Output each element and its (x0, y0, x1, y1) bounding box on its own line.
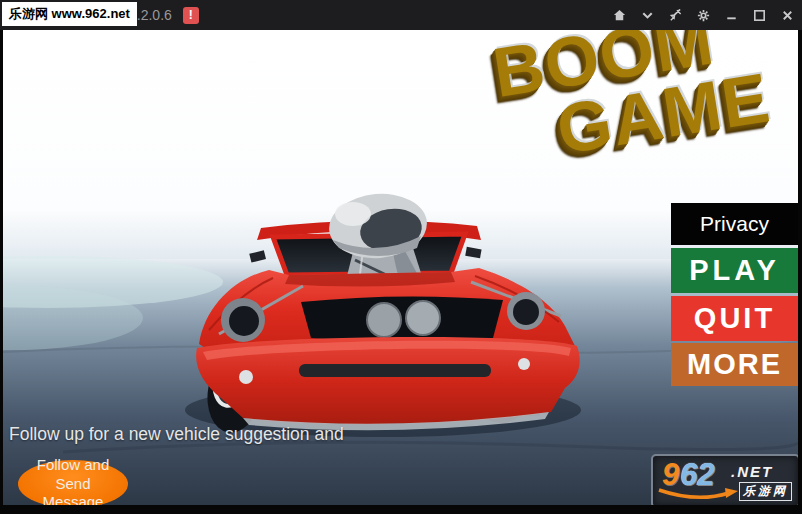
suggestion-text: Follow up for a new vehicle suggestion a… (9, 424, 344, 445)
emulator-window: 乐游网 www.962.net 器 6.2.0.6 ! (0, 0, 802, 514)
follow-button-line1: Follow and Send (18, 456, 128, 494)
quit-button[interactable]: QUIT (671, 296, 798, 341)
watermark-top: 乐游网 www.962.net (2, 2, 137, 26)
viewport-border-left (0, 30, 3, 505)
privacy-button[interactable]: Privacy (671, 203, 798, 245)
swoosh-arrow-icon (657, 486, 741, 504)
alert-badge[interactable]: ! (183, 7, 199, 24)
badge-suffix: .NET (731, 463, 773, 480)
close-icon[interactable] (779, 7, 796, 24)
main-menu: Privacy PLAY QUIT MORE (671, 203, 798, 386)
play-button[interactable]: PLAY (671, 248, 798, 293)
badge-site-name: 乐游网 (739, 482, 792, 501)
site-watermark-badge: 9 62 .NET 乐游网 (651, 454, 798, 505)
more-button[interactable]: MORE (671, 343, 798, 386)
game-viewport: BOOM GAME Privacy PLAY QUIT MORE Follow … (3, 30, 798, 505)
gear-icon[interactable] (695, 7, 712, 24)
follow-button[interactable]: Follow and Send Message (18, 460, 128, 505)
home-icon[interactable] (611, 7, 628, 24)
window-controls (611, 0, 796, 30)
minimize-icon[interactable] (723, 7, 740, 24)
title-bar: 乐游网 www.962.net 器 6.2.0.6 ! (0, 0, 802, 30)
chevron-down-icon[interactable] (639, 7, 656, 24)
viewport-border-bottom (0, 505, 802, 514)
follow-button-line2: Message (43, 493, 104, 505)
maximize-icon[interactable] (751, 7, 768, 24)
viewport-border-right (798, 30, 802, 505)
pin-icon[interactable] (667, 7, 684, 24)
